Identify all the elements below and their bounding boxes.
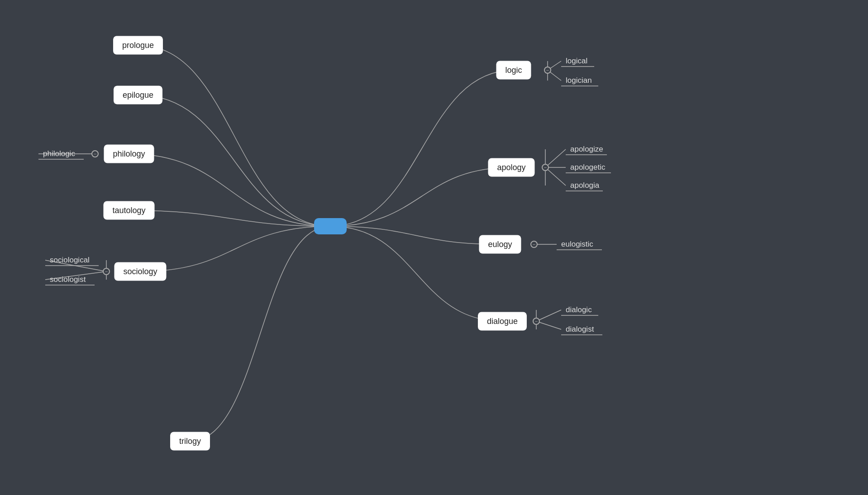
eulogy-label: eulogy xyxy=(488,240,512,249)
philology-label: philology xyxy=(113,149,145,158)
logic-label: logic xyxy=(505,66,522,75)
logician-leaf: logician xyxy=(566,76,592,85)
apologia-leaf: apologia xyxy=(570,181,599,190)
logical-leaf: logical xyxy=(566,57,587,66)
center-node xyxy=(314,218,347,234)
minus-badge: − xyxy=(91,150,99,157)
tautology-node: tautology xyxy=(103,201,154,220)
svg-line-23 xyxy=(536,321,561,329)
svg-line-16 xyxy=(545,167,566,186)
apologetic-leaf: apologetic xyxy=(570,163,606,172)
minus-badge: − xyxy=(544,67,551,74)
epilogue-node: epilogue xyxy=(114,86,162,105)
apology-label: apology xyxy=(497,163,525,172)
sociology-label: sociology xyxy=(123,267,157,276)
minus-badge: − xyxy=(542,164,549,171)
prologue-node: prologue xyxy=(113,36,163,55)
philology-node: philology xyxy=(104,145,154,163)
dialogic-leaf: dialogic xyxy=(566,305,592,314)
trilogy-node: trilogy xyxy=(170,432,210,451)
svg-line-12 xyxy=(545,149,566,167)
apology-node: apology xyxy=(488,158,534,177)
epilogue-label: epilogue xyxy=(123,90,153,100)
dialogue-label: dialogue xyxy=(487,317,518,326)
apologize-leaf: apologize xyxy=(570,145,603,154)
eulogistic-leaf: eulogistic xyxy=(561,240,593,249)
minus-badge: − xyxy=(533,318,540,325)
dialogue-node: dialogue xyxy=(478,312,527,331)
eulogy-node: eulogy xyxy=(479,235,521,254)
trilogy-label: trilogy xyxy=(179,437,201,446)
sociology-node: sociology xyxy=(114,262,166,281)
minus-badge: − xyxy=(103,268,110,275)
svg-line-21 xyxy=(536,310,561,321)
minus-badge: − xyxy=(530,241,538,248)
philologic-leaf: philologic xyxy=(43,149,75,158)
dialogist-leaf: dialogist xyxy=(566,325,594,334)
sociological-leaf: sociological xyxy=(50,256,90,265)
tautology-label: tautology xyxy=(112,206,145,215)
logic-node: logic xyxy=(496,61,531,80)
sociologist-leaf: sociologist xyxy=(50,275,86,284)
prologue-label: prologue xyxy=(122,41,154,50)
